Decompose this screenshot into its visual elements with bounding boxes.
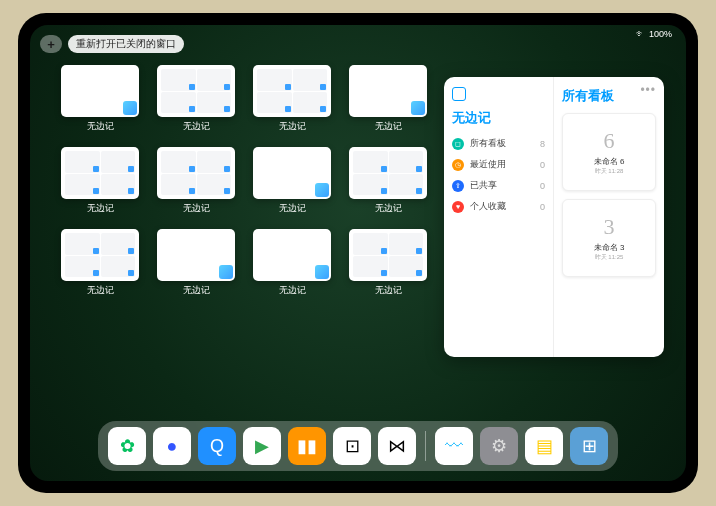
thumb-label: 无边记 (183, 202, 210, 215)
app-badge-icon (452, 87, 466, 101)
category-count: 0 (540, 160, 545, 170)
window-thumb[interactable]: 无边记 (156, 229, 236, 301)
thumb-preview (157, 229, 235, 281)
category-list: ◻所有看板8◷最近使用0⇪已共享0♥个人收藏0 (452, 133, 545, 217)
new-window-button[interactable]: + (40, 35, 62, 53)
screen: ᯤ 100% + 重新打开已关闭的窗口 无边记无边记无边记无边记无边记无边记无边… (30, 25, 686, 481)
sidebar-panel: ••• 无边记 ◻所有看板8◷最近使用0⇪已共享0♥个人收藏0 所有看板 6未命… (444, 77, 664, 357)
category-count: 0 (540, 202, 545, 212)
dock-app-appfolder[interactable]: ⊞ (570, 427, 608, 465)
window-thumb[interactable]: 无边记 (348, 147, 428, 219)
thumb-preview (253, 147, 331, 199)
thumb-preview (61, 65, 139, 117)
thumb-label: 无边记 (183, 284, 210, 297)
category-icon: ⇪ (452, 180, 464, 192)
board-sketch: 6 (604, 128, 615, 154)
thumb-label: 无边记 (375, 120, 402, 133)
window-thumb[interactable]: 无边记 (348, 229, 428, 301)
board-label: 未命名 6 (594, 156, 625, 167)
thumb-label: 无边记 (279, 202, 306, 215)
category-item[interactable]: ◷最近使用0 (452, 154, 545, 175)
battery-label: 100% (649, 29, 672, 39)
category-count: 0 (540, 181, 545, 191)
thumb-label: 无边记 (375, 284, 402, 297)
thumb-preview (253, 229, 331, 281)
thumb-preview (61, 229, 139, 281)
thumb-preview (157, 147, 235, 199)
thumb-label: 无边记 (87, 120, 114, 133)
window-thumb[interactable]: 无边记 (252, 65, 332, 137)
top-bar: + 重新打开已关闭的窗口 (40, 35, 184, 53)
thumb-preview (253, 65, 331, 117)
window-thumb[interactable]: 无边记 (348, 65, 428, 137)
board-sketch: 3 (604, 214, 615, 240)
panel-right: 所有看板 6未命名 6昨天 11:283未命名 3昨天 11:25 (554, 77, 664, 357)
wifi-icon: ᯤ (636, 29, 645, 39)
window-thumb[interactable]: 无边记 (60, 65, 140, 137)
panel-left-title: 无边记 (452, 109, 545, 127)
category-label: 最近使用 (470, 158, 506, 171)
category-label: 个人收藏 (470, 200, 506, 213)
dock-app-qqbrowser[interactable]: Q (198, 427, 236, 465)
dock-app-dice[interactable]: ⊡ (333, 427, 371, 465)
board-card[interactable]: 3未命名 3昨天 11:25 (562, 199, 656, 277)
thumb-preview (61, 147, 139, 199)
panel-left: 无边记 ◻所有看板8◷最近使用0⇪已共享0♥个人收藏0 (444, 77, 554, 357)
board-card[interactable]: 6未命名 6昨天 11:28 (562, 113, 656, 191)
thumb-label: 无边记 (375, 202, 402, 215)
boards-list: 6未命名 6昨天 11:283未命名 3昨天 11:25 (562, 113, 656, 285)
dock-app-wechat[interactable]: ✿ (108, 427, 146, 465)
window-thumb[interactable]: 无边记 (156, 147, 236, 219)
category-label: 已共享 (470, 179, 497, 192)
category-item[interactable]: ⇪已共享0 (452, 175, 545, 196)
category-count: 8 (540, 139, 545, 149)
dock-app-notes[interactable]: ▤ (525, 427, 563, 465)
category-item[interactable]: ♥个人收藏0 (452, 196, 545, 217)
thumb-preview (349, 65, 427, 117)
thumb-preview (157, 65, 235, 117)
window-thumb[interactable]: 无边记 (252, 229, 332, 301)
category-icon: ♥ (452, 201, 464, 213)
category-label: 所有看板 (470, 137, 506, 150)
window-thumb[interactable]: 无边记 (252, 147, 332, 219)
thumb-label: 无边记 (279, 120, 306, 133)
category-item[interactable]: ◻所有看板8 (452, 133, 545, 154)
ipad-device: ᯤ 100% + 重新打开已关闭的窗口 无边记无边记无边记无边记无边记无边记无边… (18, 13, 698, 493)
thumb-label: 无边记 (87, 284, 114, 297)
dock-app-quark[interactable]: ● (153, 427, 191, 465)
reopen-closed-button[interactable]: 重新打开已关闭的窗口 (68, 35, 184, 53)
dock: ✿●Q▶▮▮⊡⋈〰⚙▤⊞ (98, 421, 618, 471)
window-thumb[interactable]: 无边记 (60, 229, 140, 301)
dock-app-books[interactable]: ▮▮ (288, 427, 326, 465)
more-icon[interactable]: ••• (640, 83, 656, 97)
board-subtitle: 昨天 11:25 (595, 253, 624, 262)
window-grid: 无边记无边记无边记无边记无边记无边记无边记无边记无边记无边记无边记无边记 (60, 65, 428, 301)
dock-app-settings[interactable]: ⚙ (480, 427, 518, 465)
dock-divider (425, 431, 426, 461)
window-thumb[interactable]: 无边记 (60, 147, 140, 219)
category-icon: ◻ (452, 138, 464, 150)
thumb-label: 无边记 (87, 202, 114, 215)
thumb-preview (349, 229, 427, 281)
category-icon: ◷ (452, 159, 464, 171)
thumb-preview (349, 147, 427, 199)
thumb-label: 无边记 (183, 120, 210, 133)
dock-app-freeform[interactable]: 〰 (435, 427, 473, 465)
dock-app-play[interactable]: ▶ (243, 427, 281, 465)
dock-app-graph[interactable]: ⋈ (378, 427, 416, 465)
board-subtitle: 昨天 11:28 (595, 167, 624, 176)
board-label: 未命名 3 (594, 242, 625, 253)
thumb-label: 无边记 (279, 284, 306, 297)
status-bar: ᯤ 100% (636, 29, 672, 39)
window-thumb[interactable]: 无边记 (156, 65, 236, 137)
